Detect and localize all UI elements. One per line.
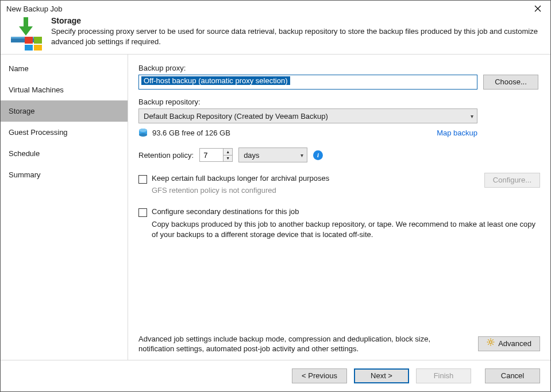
title-bar: New Backup Job (1, 1, 550, 16)
next-button[interactable]: Next > (354, 368, 409, 383)
secondary-destinations-checkbox[interactable] (138, 208, 147, 217)
advanced-description: Advanced job settings include backup mod… (138, 334, 460, 354)
svg-rect-4 (25, 45, 33, 51)
svg-rect-2 (25, 37, 33, 44)
svg-line-17 (488, 344, 490, 345)
spinner-up-button[interactable]: ▲ (224, 149, 232, 156)
svg-line-16 (492, 344, 494, 345)
retention-value-input[interactable] (200, 149, 223, 161)
sidebar-item-name[interactable]: Name (1, 58, 128, 79)
window-title: New Backup Job (6, 5, 63, 13)
gfs-checkbox-label: Keep certain full backups longer for arc… (152, 174, 329, 183)
map-backup-link[interactable]: Map backup (437, 129, 477, 137)
backup-proxy-input[interactable]: Off-host backup (automatic proxy selecti… (138, 75, 477, 90)
spinner-down-button[interactable]: ▼ (224, 156, 232, 162)
advanced-button[interactable]: Advanced (478, 336, 540, 351)
choose-proxy-button[interactable]: Choose... (483, 75, 538, 90)
secondary-destinations-description: Copy backups produced by this job to ano… (152, 219, 540, 239)
wizard-footer: < Previous Next > Finish Cancel (1, 360, 550, 391)
gfs-status-text: GFS retention policy is not configured (152, 186, 484, 195)
backup-repository-dropdown[interactable]: Default Backup Repository (Created by Ve… (138, 108, 477, 123)
retention-value-spinner[interactable]: ▲ ▼ (199, 148, 233, 162)
svg-point-8 (139, 133, 147, 137)
svg-line-18 (492, 340, 494, 341)
secondary-destinations-label: Configure secondary destinations for thi… (152, 207, 299, 216)
info-icon[interactable]: i (313, 150, 323, 160)
previous-button[interactable]: < Previous (292, 368, 347, 383)
svg-point-10 (490, 341, 492, 344)
sidebar-item-schedule[interactable]: Schedule (1, 143, 128, 164)
wizard-steps-sidebar: Name Virtual Machines Storage Guest Proc… (1, 55, 128, 360)
chevron-down-icon: ▾ (471, 113, 473, 119)
svg-rect-5 (34, 45, 42, 51)
backup-proxy-value: Off-host backup (automatic proxy selecti… (141, 76, 290, 85)
page-description: Specify processing proxy server to be us… (51, 26, 542, 46)
gear-icon (487, 337, 495, 351)
chevron-down-icon: ▾ (300, 152, 303, 158)
main-panel: Backup proxy: Off-host backup (automatic… (128, 55, 550, 360)
retention-policy-label: Retention policy: (138, 151, 194, 160)
retention-unit-value: days (244, 151, 259, 160)
cancel-button[interactable]: Cancel (485, 368, 540, 383)
backup-repository-value: Default Backup Repository (Created by Ve… (144, 112, 328, 121)
sidebar-item-summary[interactable]: Summary (1, 164, 128, 185)
retention-unit-dropdown[interactable]: days ▾ (238, 148, 307, 162)
storage-header-icon (9, 16, 43, 51)
svg-point-9 (139, 129, 147, 132)
finish-button: Finish (416, 368, 471, 383)
svg-line-15 (488, 340, 490, 341)
advanced-button-label: Advanced (498, 337, 531, 351)
backup-proxy-label: Backup proxy: (138, 64, 540, 72)
header-text: Storage Specify processing proxy server … (51, 16, 542, 46)
close-button[interactable] (531, 4, 545, 14)
sidebar-item-virtual-machines[interactable]: Virtual Machines (1, 79, 128, 100)
page-title: Storage (51, 16, 542, 25)
wizard-header: Storage Specify processing proxy server … (1, 16, 550, 54)
repository-free-space: 93.6 GB free of 126 GB (152, 129, 230, 137)
backup-repository-label: Backup repository: (138, 98, 540, 106)
configure-gfs-button: Configure... (484, 173, 540, 188)
svg-rect-3 (34, 37, 42, 44)
disk-icon (138, 128, 148, 137)
sidebar-item-guest-processing[interactable]: Guest Processing (1, 122, 128, 143)
gfs-checkbox[interactable] (138, 175, 147, 184)
sidebar-item-storage[interactable]: Storage (1, 100, 128, 122)
